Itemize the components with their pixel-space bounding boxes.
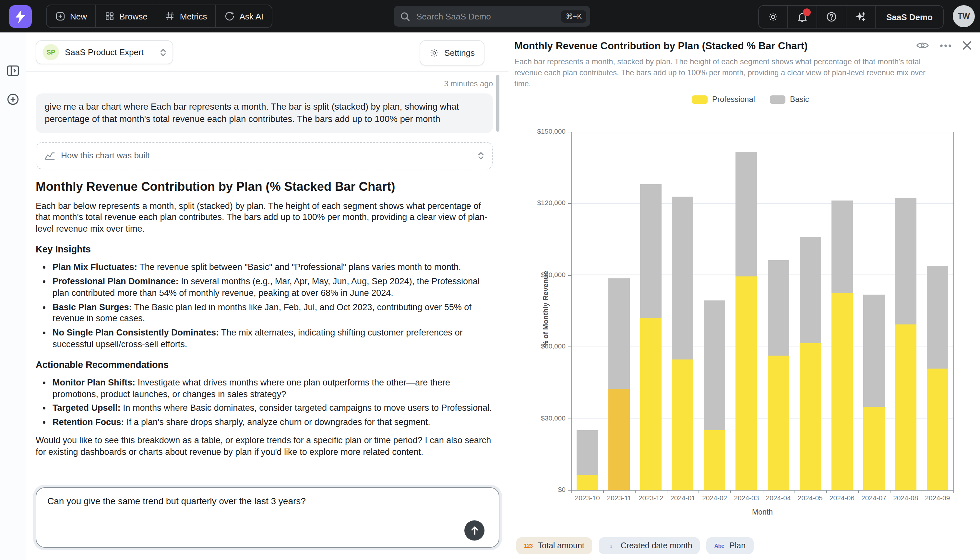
bar-segment-professional-2024-01[interactable] <box>672 359 694 490</box>
search-input[interactable] <box>415 11 561 22</box>
bar-segment-professional-2024-04[interactable] <box>767 356 789 490</box>
chart-line-icon <box>45 151 55 160</box>
x-axis-title: Month <box>571 508 953 516</box>
settings-button[interactable]: Settings <box>420 40 485 65</box>
gear-icon[interactable] <box>759 6 788 28</box>
send-button[interactable] <box>464 520 485 540</box>
x-tick <box>603 490 604 493</box>
x-tick <box>731 490 731 493</box>
bar-segment-basic-2023-11[interactable] <box>608 279 630 389</box>
field-tag-plan[interactable]: AbcPlan <box>707 537 753 554</box>
bar-segment-basic-2024-08[interactable] <box>895 198 917 325</box>
bar-segment-professional-2023-12[interactable] <box>640 318 661 490</box>
article-closing: Would you like to see this breakdown as … <box>36 435 493 458</box>
x-tick <box>922 490 922 493</box>
x-tick <box>858 490 859 493</box>
bar-segment-professional-2023-11[interactable] <box>608 389 630 490</box>
chat-icon <box>225 11 235 22</box>
y-tick <box>568 347 571 347</box>
y-tick-label: $60,000 <box>541 342 566 350</box>
app-root: NewBrowseMetricsAsk AI ⌘+K SaaS Demo TW … <box>0 0 980 560</box>
hash-icon <box>165 11 176 22</box>
nav-item-browse[interactable]: Browse <box>96 5 157 27</box>
global-search[interactable]: ⌘+K <box>394 6 590 27</box>
bar-segment-professional-2024-08[interactable] <box>895 325 917 490</box>
field-tag-total-amount[interactable]: 123Total amount <box>516 537 592 554</box>
plus-square-icon <box>55 11 65 22</box>
bar-segment-professional-2023-10[interactable] <box>576 475 598 490</box>
field-tag-created-date-month[interactable]: 1Created date month <box>599 537 700 554</box>
bar-segment-basic-2024-09[interactable] <box>927 266 948 369</box>
y-tick <box>568 275 571 276</box>
chat-scrollbar[interactable] <box>496 75 499 132</box>
field-tag-label: Total amount <box>538 541 585 550</box>
nav-item-label: Metrics <box>180 12 207 21</box>
bullet-list: Plan Mix Fluctuates: The revenue split b… <box>36 262 493 350</box>
bullet-item: Professional Plan Dominance: In several … <box>53 276 493 299</box>
bar-segment-basic-2024-06[interactable] <box>831 200 852 293</box>
app-logo[interactable] <box>9 5 32 28</box>
bar-segment-basic-2024-01[interactable] <box>672 197 694 359</box>
nav-item-ask-ai[interactable]: Ask AI <box>216 5 272 27</box>
bell-icon[interactable] <box>788 6 817 28</box>
x-tick <box>794 490 795 493</box>
x-tick <box>635 490 636 493</box>
chat-panel: SP SaaS Product Expert Settings 3 minute… <box>26 32 509 560</box>
arrow-up-icon <box>470 526 479 535</box>
y-axis-title: % of Monthly Revenue <box>541 265 549 352</box>
bar-segment-basic-2023-12[interactable] <box>640 184 661 318</box>
how-built-toggle[interactable]: How this chart was built <box>36 142 493 169</box>
user-avatar[interactable]: TW <box>953 5 975 27</box>
number-type-icon: 123 <box>524 542 533 549</box>
top-navbar: NewBrowseMetricsAsk AI ⌘+K SaaS Demo TW <box>0 0 980 32</box>
svg-text:1: 1 <box>610 545 612 548</box>
stacked-bar-chart: % of Monthly Revenue Month $0$30,000$60,… <box>508 32 980 560</box>
bar-segment-professional-2024-09[interactable] <box>927 369 948 490</box>
y-tick-label: $150,000 <box>537 127 566 135</box>
y-tick <box>568 418 571 419</box>
workspace-button[interactable]: SaaS Demo <box>876 6 943 28</box>
y-tick <box>568 203 571 204</box>
bullet-list: Monitor Plan Shifts: Investigate what dr… <box>36 377 493 428</box>
help-icon[interactable] <box>817 6 847 28</box>
left-rail <box>0 32 27 560</box>
bar-segment-professional-2024-03[interactable] <box>736 277 757 490</box>
field-tag-label: Plan <box>729 541 746 550</box>
x-tick <box>667 490 668 493</box>
bullet-item: Targeted Upsell: In months where Basic d… <box>53 403 493 414</box>
bar-segment-basic-2024-03[interactable] <box>736 152 757 277</box>
text-type-icon: Abc <box>714 542 724 549</box>
x-tick <box>699 490 699 493</box>
bar-segment-basic-2023-10[interactable] <box>576 430 598 475</box>
bar-segment-professional-2024-05[interactable] <box>799 343 821 490</box>
y-tick <box>568 490 571 490</box>
navbar-button-group: NewBrowseMetricsAsk AI <box>46 5 272 28</box>
chat-input-field[interactable]: Can you give the same trend but quarterl… <box>46 495 464 542</box>
plus-circle-icon[interactable] <box>6 92 20 107</box>
bar-segment-basic-2024-07[interactable] <box>863 295 885 407</box>
search-icon <box>400 12 410 21</box>
bullet-item: Monitor Plan Shifts: Investigate what dr… <box>53 377 493 400</box>
chat-header: SP SaaS Product Expert Settings <box>26 32 508 72</box>
x-tick <box>826 490 827 493</box>
bar-segment-professional-2024-07[interactable] <box>863 407 885 490</box>
notification-badge <box>803 8 811 16</box>
bar-segment-basic-2024-05[interactable] <box>799 237 821 343</box>
bar-segment-professional-2024-02[interactable] <box>704 430 726 490</box>
bar-segment-basic-2024-02[interactable] <box>704 300 726 430</box>
y-tick-label: $120,000 <box>537 199 566 207</box>
agent-selector[interactable]: SP SaaS Product Expert <box>36 40 173 64</box>
collapse-panel-icon[interactable] <box>6 63 20 78</box>
x-tick-label: 2024-09 <box>918 494 957 502</box>
section-heading: Actionable Recommendations <box>36 360 493 370</box>
sparkles-icon[interactable] <box>847 6 876 28</box>
nav-item-metrics[interactable]: Metrics <box>157 5 216 27</box>
section-heading: Key Insights <box>36 244 493 254</box>
y-tick-label: $90,000 <box>541 271 566 278</box>
y-tick-label: $0 <box>558 485 566 493</box>
bar-segment-professional-2024-06[interactable] <box>831 293 852 490</box>
nav-item-new[interactable]: New <box>47 5 96 27</box>
nav-item-label: Browse <box>120 12 148 21</box>
bullet-item: Plan Mix Fluctuates: The revenue split b… <box>53 262 493 273</box>
bar-segment-basic-2024-04[interactable] <box>767 260 789 356</box>
